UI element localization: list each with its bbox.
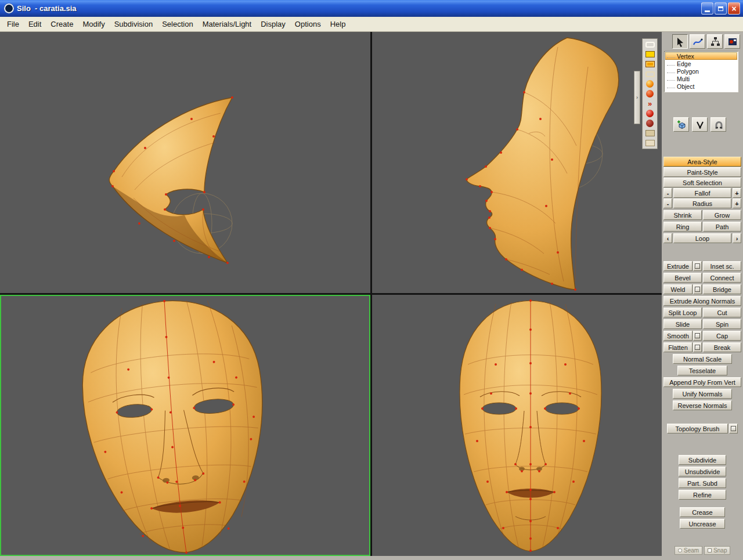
mode-multi[interactable]: Multi xyxy=(665,75,737,82)
hierarchy-icon xyxy=(710,37,720,47)
smooth-button[interactable]: Smooth xyxy=(663,331,692,341)
unsubdivide-button[interactable]: Unsubdivide xyxy=(679,467,726,476)
titlebar[interactable]: Silo - caratia.sia × xyxy=(0,0,743,17)
viewport-side-view[interactable] xyxy=(372,32,662,293)
flatten-button[interactable]: Flatten xyxy=(663,342,692,352)
frame-swatch[interactable] xyxy=(644,70,657,78)
menu-help[interactable]: Help xyxy=(326,18,351,30)
maximize-button[interactable] xyxy=(715,2,727,15)
fallof-minus-button[interactable]: - xyxy=(663,188,672,198)
viewport-perspective-view-active[interactable] xyxy=(0,295,370,556)
uncrease-button[interactable]: Uncrease xyxy=(680,519,725,529)
mode-multi-label: Multi xyxy=(677,75,690,82)
orange-sphere-swatch[interactable] xyxy=(644,80,657,88)
reverse-normals-button[interactable]: Reverse Normals xyxy=(673,400,732,410)
extrude-along-normals-button[interactable]: Extrude Along Normals xyxy=(663,296,741,306)
tan-swatch[interactable] xyxy=(644,129,657,138)
menu-create[interactable]: Create xyxy=(46,18,78,30)
manipulator-button[interactable] xyxy=(692,117,708,132)
fallof-button[interactable]: Fallof xyxy=(673,188,731,198)
magnet-snap-button[interactable] xyxy=(710,117,726,132)
add-primitive-button[interactable] xyxy=(673,117,689,132)
wireframe-frame-swatch[interactable] xyxy=(644,40,657,49)
crease-button[interactable]: Crease xyxy=(680,507,725,517)
slide-button[interactable]: Slide xyxy=(663,319,702,329)
weld-options-button[interactable] xyxy=(693,284,702,294)
shrink-button[interactable]: Shrink xyxy=(663,210,702,220)
area-style-button[interactable]: Area-Style xyxy=(663,157,741,167)
menu-modify[interactable]: Modify xyxy=(78,18,109,30)
mode-object-label: Object xyxy=(677,83,694,90)
mode-vertex[interactable]: Vertex xyxy=(665,52,737,60)
split-loop-button[interactable]: Split Loop xyxy=(663,308,702,317)
subdivide-button[interactable]: Subdivide xyxy=(679,455,726,465)
refine-button[interactable]: Refine xyxy=(679,490,726,500)
menu-subdivision[interactable]: Subdivision xyxy=(110,18,158,30)
extrude-options-button[interactable] xyxy=(693,261,702,271)
loop-next-button[interactable]: › xyxy=(733,233,741,243)
radius-button[interactable]: Radius xyxy=(673,198,731,208)
menu-options[interactable]: Options xyxy=(290,18,326,30)
dark-red-sphere-swatch[interactable] xyxy=(644,119,657,128)
normal-scale-button[interactable]: Normal Scale xyxy=(673,354,732,364)
glossy-red-sphere-swatch[interactable] xyxy=(644,109,657,118)
weld-button[interactable]: Weld xyxy=(663,284,692,294)
loop-prev-button[interactable]: ‹ xyxy=(663,233,672,243)
select-tool-button[interactable] xyxy=(672,34,688,49)
inset-scale-button[interactable]: Inset sc. xyxy=(703,261,741,271)
tesselate-button[interactable]: Tesselate xyxy=(677,366,727,375)
palette-collapse-handle[interactable]: › xyxy=(634,71,640,124)
radius-plus-button[interactable]: + xyxy=(733,198,741,208)
flatten-options-button[interactable] xyxy=(693,342,702,352)
orange-sphere-icon xyxy=(646,80,654,88)
material-editor-tool-button[interactable] xyxy=(724,34,740,49)
swatch-overflow-chevrons[interactable]: » xyxy=(644,99,657,108)
ring-button[interactable]: Ring xyxy=(663,222,702,232)
top-view-model xyxy=(0,32,370,293)
path-button[interactable]: Path xyxy=(703,222,741,232)
mid-toolbar xyxy=(673,117,726,132)
menu-display[interactable]: Display xyxy=(256,18,290,30)
handle-arrow-icon: › xyxy=(636,95,638,100)
mode-polygon[interactable]: Polygon xyxy=(665,67,737,75)
mode-edge[interactable]: Edge xyxy=(665,60,737,67)
snap-toggle[interactable]: Snap xyxy=(704,546,730,555)
seam-toggle[interactable]: Seam xyxy=(675,546,702,555)
bevel-button[interactable]: Bevel xyxy=(663,273,702,283)
append-poly-from-vert-button[interactable]: Append Poly From Vert xyxy=(663,377,741,387)
minimize-button[interactable] xyxy=(701,2,713,15)
topology-brush-button[interactable]: Topology Brush xyxy=(667,424,728,433)
cut-button[interactable]: Cut xyxy=(703,308,741,317)
soft-selection-button[interactable]: Soft Selection xyxy=(663,178,741,187)
bridge-button[interactable]: Bridge xyxy=(703,284,741,294)
viewport-top-view[interactable] xyxy=(0,32,370,293)
hierarchy-tool-button[interactable] xyxy=(707,34,723,49)
connect-button[interactable]: Connect xyxy=(703,273,741,283)
loop-button[interactable]: Loop xyxy=(673,233,731,243)
red-orange-sphere-swatch[interactable] xyxy=(644,89,657,98)
menu-selection[interactable]: Selection xyxy=(157,18,197,30)
radius-minus-button[interactable]: - xyxy=(663,198,672,208)
spin-button[interactable]: Spin xyxy=(703,319,741,329)
menu-edit[interactable]: Edit xyxy=(24,18,46,30)
mode-object[interactable]: Object xyxy=(665,82,737,90)
menu-file[interactable]: File xyxy=(2,18,24,30)
light-tan-swatch[interactable] xyxy=(644,139,657,147)
fallof-plus-button[interactable]: + xyxy=(733,188,741,198)
cap-button[interactable]: Cap xyxy=(703,331,741,341)
tweak-brush-tool-button[interactable] xyxy=(690,34,705,49)
orange-swatch[interactable] xyxy=(644,60,657,68)
topology-brush-options-button[interactable] xyxy=(729,424,738,433)
yellow-swatch[interactable] xyxy=(644,50,657,59)
menu-materials-light[interactable]: Materials/Light xyxy=(198,18,257,30)
paint-style-button[interactable]: Paint-Style xyxy=(663,167,741,177)
viewport-front-view[interactable] xyxy=(372,295,662,556)
unify-normals-button[interactable]: Unify Normals xyxy=(673,389,732,399)
option-box-icon xyxy=(695,287,700,292)
close-button[interactable]: × xyxy=(728,2,740,15)
grow-button[interactable]: Grow xyxy=(703,210,741,220)
extrude-button[interactable]: Extrude xyxy=(663,261,692,271)
smooth-options-button[interactable] xyxy=(693,331,702,341)
partial-subdivide-button[interactable]: Part. Subd xyxy=(679,478,726,488)
break-button[interactable]: Break xyxy=(703,342,741,352)
